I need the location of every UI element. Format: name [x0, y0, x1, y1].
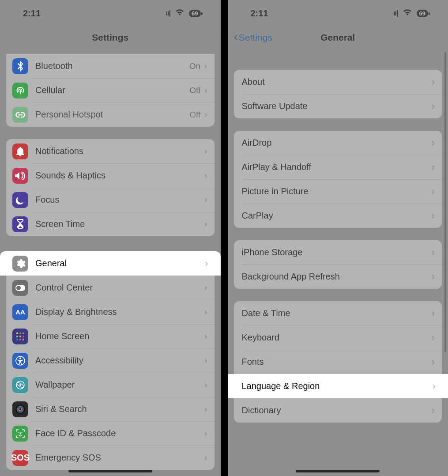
row-label: Background App Refresh — [242, 272, 429, 282]
row-label: Bluetooth — [35, 61, 189, 71]
chevron-right-icon: › — [432, 137, 435, 149]
svg-point-14 — [19, 384, 21, 386]
row-picture-in-picture[interactable]: Picture in Picture › — [234, 179, 442, 204]
screentime-icon — [12, 216, 28, 232]
row-fonts[interactable]: Fonts › — [234, 350, 442, 374]
row-label: Dictionary — [242, 405, 429, 416]
siri-icon — [12, 401, 28, 417]
svg-rect-5 — [16, 336, 18, 337]
svg-point-20 — [19, 432, 19, 433]
home-indicator[interactable] — [296, 470, 380, 472]
svg-point-21 — [22, 432, 23, 433]
general-icon — [12, 256, 28, 272]
row-label: AirPlay & Handoff — [242, 162, 429, 172]
page-title: General — [228, 32, 448, 43]
svg-rect-7 — [23, 336, 24, 337]
notifications-icon — [12, 144, 28, 159]
chevron-right-icon: › — [432, 332, 435, 344]
hotspot-icon — [12, 107, 28, 123]
row-wallpaper[interactable]: Wallpaper › — [6, 373, 215, 397]
wallpaper-icon — [12, 377, 28, 393]
row-accessibility[interactable]: Accessibility › — [6, 348, 215, 373]
row-label: Cellular — [35, 85, 189, 95]
chevron-right-icon: › — [432, 76, 435, 88]
chevron-right-icon: › — [204, 146, 207, 157]
navbar: Settings — [0, 26, 221, 49]
row-focus[interactable]: Focus › — [6, 188, 215, 212]
home-indicator[interactable] — [68, 470, 152, 472]
chevron-right-icon: › — [432, 101, 435, 112]
wifi-icon — [403, 8, 412, 18]
home-screen-icon — [12, 329, 28, 344]
row-label: Face ID & Passcode — [35, 428, 201, 438]
bluetooth-icon — [12, 58, 28, 74]
row-home-screen[interactable]: Home Screen › — [6, 324, 215, 348]
row-airplay-handoff[interactable]: AirPlay & Handoff › — [234, 155, 442, 179]
row-label: About — [242, 77, 429, 87]
status-bar: 2:11 ıı| 69 — [228, 0, 448, 26]
display-icon: AA — [12, 304, 28, 320]
settings-group-network: Bluetooth On › Cellular Off › Pers — [6, 54, 215, 127]
sos-icon: SOS — [12, 450, 28, 466]
wifi-icon — [175, 8, 184, 18]
chevron-right-icon: › — [204, 60, 207, 72]
row-label: AirDrop — [242, 138, 429, 148]
row-label: Emergency SOS — [35, 453, 201, 463]
chevron-right-icon: › — [205, 258, 208, 269]
chevron-right-icon: › — [433, 381, 436, 392]
row-sounds-haptics[interactable]: Sounds & Haptics › — [6, 163, 215, 188]
row-language-region[interactable]: Language & Region › — [228, 374, 448, 398]
row-background-app-refresh[interactable]: Background App Refresh › — [234, 264, 442, 289]
row-value: Off — [189, 110, 200, 120]
battery-indicator: 69 — [417, 10, 428, 17]
battery-indicator: 69 — [189, 10, 200, 17]
row-emergency-sos[interactable]: SOS Emergency SOS › — [6, 446, 215, 470]
row-label: Focus — [35, 195, 201, 205]
chevron-right-icon: › — [204, 282, 207, 294]
chevron-right-icon: › — [204, 355, 207, 366]
row-label: Screen Time — [35, 219, 201, 229]
settings-general-screen: 2:11 ıı| 69 ‹ Settings General About › — [228, 0, 448, 476]
chevron-right-icon: › — [204, 404, 207, 415]
row-iphone-storage[interactable]: iPhone Storage › — [234, 240, 442, 264]
settings-group-system: General › Control Center › AA Display & … — [6, 251, 215, 470]
row-screen-time[interactable]: Screen Time › — [6, 212, 215, 236]
row-airdrop[interactable]: AirDrop › — [234, 131, 442, 155]
row-label: Date & Time — [242, 308, 429, 318]
row-label: Home Screen — [35, 331, 201, 341]
chevron-right-icon: › — [204, 219, 207, 230]
row-control-center[interactable]: Control Center › — [6, 276, 215, 300]
row-label: Keyboard — [242, 332, 429, 343]
row-label: Control Center — [35, 283, 201, 293]
row-label: Picture in Picture — [242, 186, 429, 196]
row-general[interactable]: General › — [0, 251, 221, 276]
row-personal-hotspot[interactable]: Personal Hotspot Off › — [6, 102, 215, 127]
row-label: Language & Region — [242, 381, 430, 391]
row-label: Display & Brightness — [35, 307, 201, 317]
row-cellular[interactable]: Cellular Off › — [6, 78, 215, 102]
chevron-right-icon: › — [432, 308, 435, 319]
row-about[interactable]: About › — [234, 70, 442, 94]
row-bluetooth[interactable]: Bluetooth On › — [6, 54, 215, 78]
row-label: CarPlay — [242, 211, 429, 221]
row-dictionary[interactable]: Dictionary › — [234, 398, 442, 423]
row-label: Accessibility — [35, 355, 201, 366]
general-group-about: About › Software Update › — [234, 70, 442, 118]
row-label: Siri & Search — [35, 404, 201, 414]
row-notifications[interactable]: Notifications › — [6, 139, 215, 163]
status-time: 2:11 — [251, 8, 268, 19]
row-carplay[interactable]: CarPlay › — [234, 204, 442, 228]
row-siri-search[interactable]: Siri & Search › — [6, 397, 215, 421]
row-software-update[interactable]: Software Update › — [234, 94, 442, 118]
chevron-right-icon: › — [432, 186, 435, 197]
row-display-brightness[interactable]: AA Display & Brightness › — [6, 300, 215, 324]
svg-point-1 — [16, 286, 21, 290]
chevron-right-icon: › — [432, 405, 435, 416]
row-label: Personal Hotspot — [35, 110, 189, 120]
row-keyboard[interactable]: Keyboard › — [234, 325, 442, 350]
row-date-time[interactable]: Date & Time › — [234, 301, 442, 325]
row-label: Sounds & Haptics — [35, 170, 201, 181]
scrollbar[interactable] — [444, 52, 446, 352]
row-face-id-passcode[interactable]: Face ID & Passcode › — [6, 421, 215, 446]
navbar: ‹ Settings General — [228, 26, 448, 49]
